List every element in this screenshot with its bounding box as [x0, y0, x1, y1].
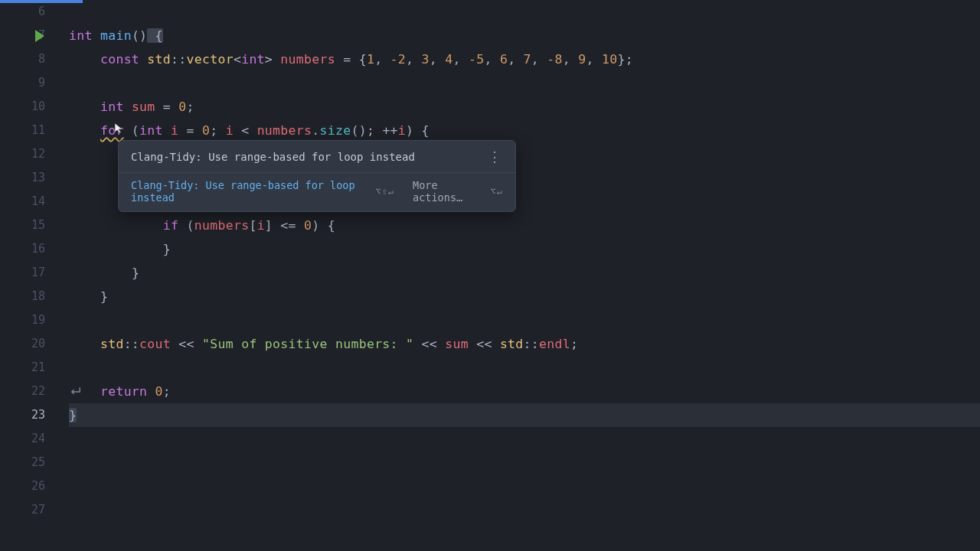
tooltip-fix-action[interactable]: Clang-Tidy: Use range-based for loop ins… — [131, 179, 368, 204]
line-number: 26 — [31, 474, 51, 498]
line-number: 16 — [31, 237, 51, 261]
code-line-20[interactable]: std::cout << "Sum of positive numbers: "… — [69, 332, 980, 356]
tooltip-title-row: Clang-Tidy: Use range-based for loop ins… — [119, 141, 515, 173]
code-line-11[interactable]: for (int i = 0; i < numbers.size(); ++i)… — [69, 119, 980, 142]
code-line-15[interactable]: if (numbers[i] <= 0) { — [69, 214, 980, 237]
line-number: 12 — [31, 142, 51, 166]
code-line-17[interactable]: } — [69, 261, 980, 285]
code-line-24[interactable] — [69, 427, 980, 451]
tooltip-menu-icon[interactable]: ⋮ — [488, 148, 503, 165]
code-line-19[interactable] — [69, 308, 980, 332]
code-line-8[interactable]: const std::vector<int> numbers = {1, -2,… — [69, 47, 980, 71]
line-number: 25 — [31, 451, 51, 474]
code-area[interactable]: int main() { const std::vector<int> numb… — [55, 0, 980, 522]
line-number: 24 — [31, 427, 51, 451]
tooltip-actions-row: Clang-Tidy: Use range-based for loop ins… — [119, 173, 515, 211]
line-number: 17 — [31, 261, 51, 285]
code-line-21[interactable] — [69, 356, 980, 380]
code-line-22[interactable]: return 0; — [69, 380, 980, 403]
code-line-23[interactable]: } — [69, 403, 980, 427]
line-number: 15 — [31, 214, 51, 237]
line-number: 11 — [31, 119, 51, 142]
fix-shortcut: ⌥⇧↵ — [375, 186, 394, 197]
line-number: 22 — [31, 380, 51, 403]
code-editor[interactable]: 6 7 8 9 10 11 12 13 14 15 16 17 18 19 20… — [0, 0, 980, 522]
line-number: 13 — [31, 166, 51, 190]
code-line-16[interactable]: } — [69, 237, 980, 261]
tooltip-title: Clang-Tidy: Use range-based for loop ins… — [131, 151, 415, 163]
code-line-9[interactable] — [69, 71, 980, 95]
inspection-tooltip: Clang-Tidy: Use range-based for loop ins… — [118, 140, 516, 212]
line-number: 10 — [31, 95, 51, 119]
code-line-18[interactable]: } — [69, 285, 980, 308]
gutter: 6 7 8 9 10 11 12 13 14 15 16 17 18 19 20… — [0, 0, 55, 522]
code-line-7[interactable]: int main() { — [69, 24, 980, 47]
line-number: 9 — [38, 71, 51, 95]
line-number: 18 — [31, 285, 51, 308]
more-actions-link[interactable]: More actions… — [413, 179, 482, 204]
more-shortcut: ⌥↵ — [491, 186, 503, 197]
line-number: 14 — [31, 190, 51, 214]
code-line-10[interactable]: int sum = 0; — [69, 95, 980, 119]
code-line-27[interactable] — [69, 498, 980, 522]
line-number: 21 — [31, 356, 51, 380]
line-number: 27 — [31, 498, 51, 522]
line-number: 6 — [38, 0, 51, 24]
code-line-26[interactable] — [69, 474, 980, 498]
code-line-6[interactable] — [69, 0, 980, 24]
code-line-25[interactable] — [69, 451, 980, 474]
run-icon[interactable] — [35, 30, 44, 42]
line-number: 23 — [31, 403, 51, 427]
line-number: 8 — [38, 47, 51, 71]
line-number: 19 — [31, 308, 51, 332]
line-number: 20 — [31, 332, 51, 356]
cursor-pointer-icon — [113, 122, 126, 134]
vector-initializer: 1, -2, 3, 4, -5, 6, 7, -8, 9, 10 — [367, 52, 618, 67]
